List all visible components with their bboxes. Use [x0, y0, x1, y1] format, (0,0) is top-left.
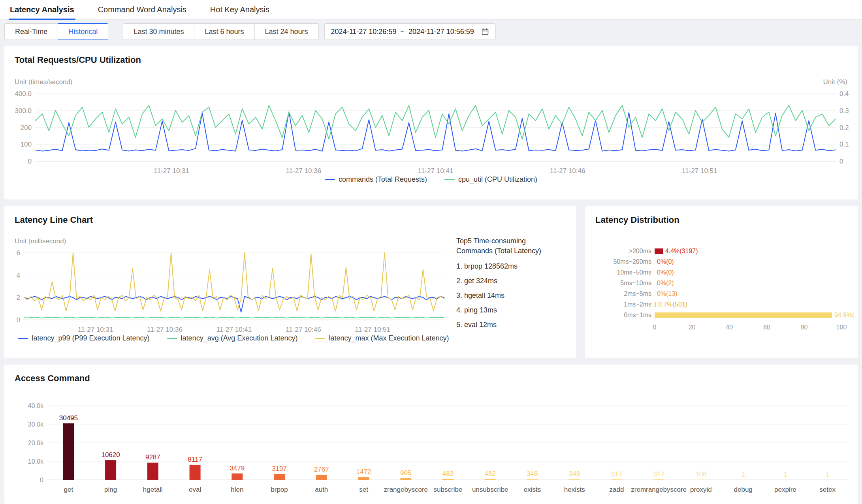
distribution-row: 0ms~1ms94.9%( — [585, 310, 858, 320]
legend-item[interactable]: latency_max (Max Execution Latency) — [315, 334, 449, 342]
svg-text:ping: ping — [104, 486, 117, 493]
distribution-axis-tick: 40 — [726, 324, 733, 331]
distribution-axis-tick: 60 — [763, 324, 770, 331]
svg-text:0.2: 0.2 — [839, 124, 849, 132]
last-24-hours-button[interactable]: Last 24 hours — [254, 23, 319, 40]
svg-text:2767: 2767 — [314, 466, 329, 473]
svg-text:set: set — [359, 486, 368, 493]
top5-item: 1. brpop 128562ms — [456, 262, 564, 271]
distribution-axis-tick: 20 — [689, 324, 696, 331]
svg-text:11-27 10:31: 11-27 10:31 — [78, 326, 113, 333]
svg-text:11-27 10:41: 11-27 10:41 — [418, 167, 453, 175]
legend-item[interactable]: latency_avg (Avg Execution Latency) — [167, 334, 298, 342]
svg-text:0: 0 — [28, 158, 32, 165]
analysis-tabbar: Latency Analysis Command Word Analysis H… — [0, 0, 862, 20]
real-time-button[interactable]: Real-Time — [4, 23, 58, 40]
svg-text:482: 482 — [442, 470, 454, 478]
svg-text:subscribe: subscribe — [434, 486, 463, 493]
distribution-category-label: 1ms~2ms — [585, 301, 655, 308]
distribution-category-label: 0ms~1ms — [585, 312, 655, 319]
last-30-minutes-button[interactable]: Last 30 minutes — [123, 23, 194, 40]
svg-text:10620: 10620 — [101, 451, 120, 459]
svg-text:100: 100 — [21, 141, 32, 148]
distribution-value-label: 0%(2) — [657, 280, 674, 287]
latency-distribution-bars: >200ms4.4%(3197)50ms~200ms0%(0)10ms~50ms… — [585, 246, 858, 320]
svg-text:8117: 8117 — [188, 456, 202, 463]
legend-marker — [18, 338, 28, 339]
distribution-row: 10ms~50ms0%(0) — [585, 267, 858, 278]
distribution-track: 0%(2) — [655, 280, 841, 286]
svg-text:9287: 9287 — [145, 453, 160, 461]
tab-command-word-analysis[interactable]: Command Word Analysis — [97, 0, 188, 19]
panel-latency-line-chart: Latency Line Chart 642011-27 10:3111-27 … — [4, 206, 576, 358]
svg-text:1: 1 — [783, 471, 787, 478]
svg-text:0: 0 — [40, 477, 43, 483]
distribution-axis-tick: 0 — [653, 324, 657, 331]
top5-item: 3. hgetall 14ms — [456, 291, 564, 300]
distribution-category-label: 10ms~50ms — [585, 269, 655, 276]
calendar-icon[interactable] — [481, 28, 489, 36]
date-range-start: 2024-11-27 10:26:59 — [331, 28, 397, 36]
svg-text:2: 2 — [17, 294, 20, 301]
distribution-track: 0%(0) — [655, 259, 841, 265]
svg-text:auth: auth — [315, 486, 328, 493]
panel-latency-distribution: Latency Distribution >200ms4.4%(3197)50m… — [585, 206, 858, 358]
latency-legend: latency_p99 (P99 Execution Latency)laten… — [4, 334, 463, 342]
svg-text:Unit (millisecond): Unit (millisecond) — [15, 237, 66, 245]
svg-text:get: get — [64, 486, 73, 493]
svg-text:4: 4 — [17, 272, 20, 279]
svg-text:3197: 3197 — [272, 465, 287, 472]
svg-text:pexpire: pexpire — [774, 486, 796, 493]
latency-distribution-axis: 020406080100 — [655, 322, 841, 332]
top5-item: 4. ping 13ms — [456, 306, 564, 314]
mode-switch: Real-Time Historical — [4, 23, 108, 40]
legend-item[interactable]: latency_p99 (P99 Execution Latency) — [18, 334, 149, 342]
distribution-bar — [655, 248, 663, 254]
top5-item: 5. eval 12ms — [456, 321, 564, 329]
svg-text:0.3: 0.3 — [839, 107, 849, 115]
historical-button[interactable]: Historical — [58, 23, 108, 40]
svg-text:unsubscribe: unsubscribe — [472, 486, 508, 493]
legend-item[interactable]: cpu_util (CPU Utilization) — [444, 175, 537, 184]
distribution-track: 94.9%( — [655, 312, 841, 318]
svg-text:0.4: 0.4 — [839, 90, 849, 98]
distribution-row: 1ms~2ms0.7%(501) — [585, 299, 858, 310]
svg-text:348: 348 — [569, 470, 580, 478]
distribution-bar — [655, 302, 656, 307]
svg-text:905: 905 — [400, 469, 411, 477]
svg-text:11-27 10:51: 11-27 10:51 — [355, 326, 390, 333]
filter-bar: Real-Time Historical Last 30 minutes Las… — [4, 23, 496, 40]
access-command-bar-chart: 40.0k30.0k20.0k10.0k030495get10620ping92… — [4, 365, 858, 504]
svg-text:317: 317 — [611, 470, 622, 478]
svg-text:exists: exists — [524, 486, 541, 493]
svg-text:0.1: 0.1 — [839, 141, 849, 148]
svg-text:317: 317 — [653, 470, 664, 478]
tab-hot-key-analysis[interactable]: Hot Key Analysis — [209, 0, 271, 19]
distribution-row: 50ms~200ms0%(0) — [585, 256, 858, 267]
svg-text:6: 6 — [17, 249, 20, 257]
legend-marker — [325, 179, 335, 180]
svg-text:10.0k: 10.0k — [28, 458, 44, 465]
tab-latency-analysis[interactable]: Latency Analysis — [9, 0, 75, 19]
distribution-row: 5ms~10ms0%(2) — [585, 278, 858, 288]
svg-text:hexists: hexists — [564, 486, 585, 493]
svg-text:1: 1 — [826, 471, 829, 478]
svg-text:300.0: 300.0 — [15, 107, 32, 115]
distribution-category-label: 2ms~5ms — [585, 290, 655, 297]
distribution-category-label: 5ms~10ms — [585, 280, 655, 287]
svg-text:Unit (times/second): Unit (times/second) — [15, 78, 72, 86]
legend-item[interactable]: commands (Total Requests) — [325, 175, 427, 184]
svg-text:1472: 1472 — [356, 468, 371, 476]
svg-text:0: 0 — [839, 158, 843, 165]
svg-text:482: 482 — [485, 470, 496, 478]
svg-text:11-27 10:46: 11-27 10:46 — [550, 167, 585, 175]
date-range-picker[interactable]: 2024-11-27 10:26:59 ~ 2024-11-27 10:56:5… — [324, 23, 496, 40]
panel-total-requests-cpu: Total Requests/CPU Utilization 400.00.43… — [4, 46, 858, 199]
distribution-track: 0.7%(501) — [655, 302, 841, 307]
svg-text:eval: eval — [189, 486, 201, 493]
svg-text:hlen: hlen — [231, 486, 243, 493]
distribution-value-label: 0%(0) — [657, 258, 674, 265]
last-6-hours-button[interactable]: Last 6 hours — [194, 23, 254, 40]
legend-marker — [315, 338, 325, 339]
svg-text:11-27 10:36: 11-27 10:36 — [147, 326, 182, 333]
